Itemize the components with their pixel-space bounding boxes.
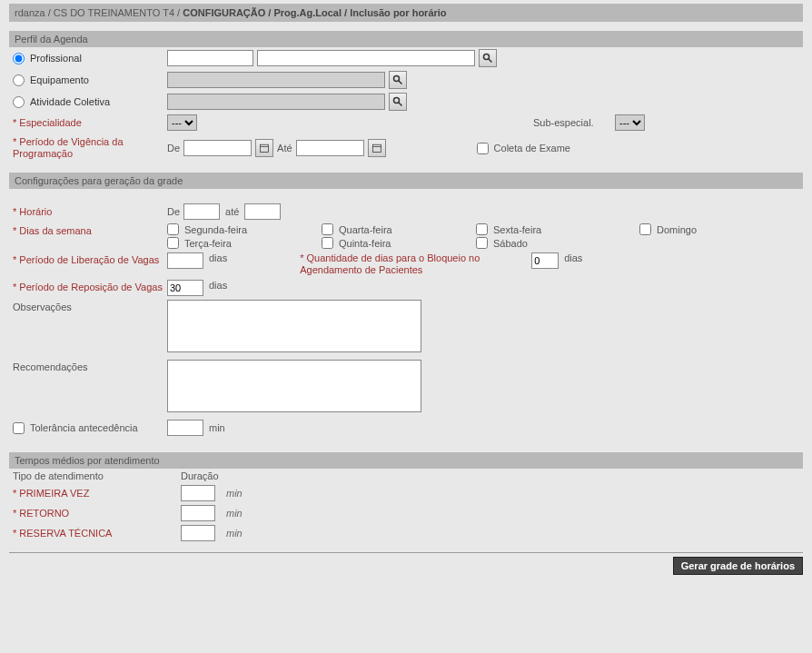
col-duracao-label: Duração: [181, 470, 226, 481]
dia-qua-checkbox[interactable]: [322, 223, 333, 235]
section-tempos-header: Tempos médios por atendimento: [9, 452, 803, 469]
radio-atividade-label: Atividade Coletiva: [30, 96, 110, 107]
calendar-icon: [259, 143, 270, 153]
dia-seg-label: Segunda-feira: [184, 224, 247, 235]
section-perfil-agenda-header: Perfil da Agenda: [9, 31, 803, 47]
radio-profissional[interactable]: [13, 53, 25, 64]
min-unit-3: min: [226, 528, 262, 539]
vigencia-de-input[interactable]: [183, 140, 252, 156]
search-icon: [392, 96, 403, 107]
gerar-grade-button[interactable]: Gerar grade de horários: [673, 557, 803, 575]
search-profissional-button[interactable]: [479, 49, 497, 67]
search-icon: [392, 74, 403, 85]
subespecial-select[interactable]: ---: [615, 114, 645, 131]
recomendacoes-label: Recomendações: [13, 360, 167, 374]
equipamento-input[interactable]: [167, 72, 385, 88]
dia-qui-checkbox[interactable]: [322, 237, 333, 249]
profissional-name-input[interactable]: [257, 50, 475, 66]
profissional-code-input[interactable]: [167, 50, 253, 66]
periodo-reposicao-input[interactable]: [167, 280, 203, 296]
periodo-liberacao-label: Período de Liberação de Vagas: [13, 252, 167, 268]
tipo-reserva-label: RESERVA TÉCNICA: [13, 528, 181, 539]
horario-de-label: De: [167, 206, 180, 217]
radio-atividade[interactable]: [13, 96, 25, 108]
calendar-icon: [371, 143, 382, 153]
min-unit-1: min: [226, 488, 262, 499]
svg-line-3: [399, 81, 402, 84]
calendar-de-button[interactable]: [255, 139, 273, 157]
breadcrumb-part2: CONFIGURAÇÃO: [183, 7, 265, 18]
section-config-grade-header: Configurações para geração da grade: [9, 173, 803, 189]
periodo-liberacao-input[interactable]: [167, 252, 203, 269]
dia-sab-label: Sábado: [493, 238, 528, 249]
svg-point-4: [394, 98, 400, 104]
especialidade-label: Especialidade: [13, 115, 167, 130]
subespecial-label: Sub-especial.: [533, 117, 615, 128]
horario-de-input[interactable]: [183, 203, 220, 220]
svg-line-5: [399, 103, 402, 106]
dia-dom-label: Domingo: [657, 224, 697, 235]
search-icon: [482, 53, 493, 64]
dias-unit-2: dias: [564, 252, 582, 263]
qtd-bloqueio-input[interactable]: [531, 252, 559, 269]
observacoes-textarea[interactable]: [167, 300, 421, 352]
dia-qua-label: Quarta-feira: [339, 224, 392, 235]
calendar-ate-button[interactable]: [368, 139, 386, 157]
especialidade-select[interactable]: ---: [167, 114, 197, 131]
dia-qui-label: Quinta-feira: [339, 238, 391, 249]
breadcrumb: rdanza / CS DO TREINAMENTO T4 / CONFIGUR…: [9, 4, 803, 22]
vigencia-ate-input[interactable]: [296, 140, 364, 156]
min-unit-2: min: [226, 508, 262, 519]
duracao-reserva-input[interactable]: [181, 525, 215, 541]
tipo-primeira-label: PRIMEIRA VEZ: [13, 488, 181, 499]
coleta-exame-checkbox[interactable]: [477, 143, 489, 154]
recomendacoes-textarea[interactable]: [167, 360, 421, 412]
svg-rect-11: [372, 144, 381, 152]
de-label: De: [167, 143, 180, 153]
periodo-vigencia-label: Período de Vigência da Programação: [13, 134, 167, 162]
observacoes-label: Observações: [13, 300, 167, 314]
search-equipamento-button[interactable]: [389, 71, 407, 89]
tolerancia-label: Tolerância antecedência: [30, 422, 138, 433]
col-tipo-label: Tipo de atendimento: [13, 470, 181, 481]
tolerancia-checkbox[interactable]: [13, 422, 25, 434]
dias-unit-3: dias: [209, 280, 227, 291]
periodo-reposicao-label: Período de Reposição de Vagas: [13, 280, 167, 295]
breadcrumb-part3: / Prog.Ag.Local / Inclusão por horário: [268, 7, 446, 18]
horario-ate-label: até: [225, 206, 239, 217]
horario-label: Horário: [13, 204, 167, 219]
dia-ter-label: Terça-feira: [184, 238, 232, 249]
breadcrumb-part1: rdanza / CS DO TREINAMENTO T4 /: [15, 7, 180, 18]
min-unit-tol: min: [209, 422, 225, 433]
svg-line-1: [489, 59, 492, 63]
horario-ate-input[interactable]: [244, 203, 281, 220]
radio-equipamento[interactable]: [13, 74, 25, 86]
dia-sex-label: Sexta-feira: [493, 224, 541, 235]
ate-label: Até: [277, 143, 292, 153]
search-atividade-button[interactable]: [389, 93, 407, 111]
duracao-retorno-input[interactable]: [181, 505, 215, 521]
svg-rect-6: [261, 144, 269, 152]
tolerancia-input[interactable]: [167, 420, 203, 436]
coleta-exame-label: Coleta de Exame: [494, 143, 570, 153]
dia-seg-checkbox[interactable]: [167, 223, 179, 235]
atividade-input[interactable]: [167, 94, 385, 110]
dia-dom-checkbox[interactable]: [639, 223, 651, 235]
qtd-bloqueio-label: Quantidade de dias para o Bloqueio no Ag…: [300, 252, 531, 276]
radio-equipamento-label: Equipamento: [30, 74, 89, 85]
dia-sab-checkbox[interactable]: [476, 237, 488, 249]
dia-sex-checkbox[interactable]: [476, 223, 488, 235]
dias-semana-label: Dias da semana: [13, 223, 167, 238]
tipo-retorno-label: RETORNO: [13, 508, 181, 519]
dia-ter-checkbox[interactable]: [167, 237, 179, 249]
svg-point-2: [394, 76, 400, 82]
dias-unit-1: dias: [209, 252, 227, 263]
duracao-primeira-input[interactable]: [181, 485, 215, 501]
svg-point-0: [484, 54, 490, 60]
footer-divider: [9, 552, 803, 553]
radio-profissional-label: Profissional: [30, 53, 82, 64]
